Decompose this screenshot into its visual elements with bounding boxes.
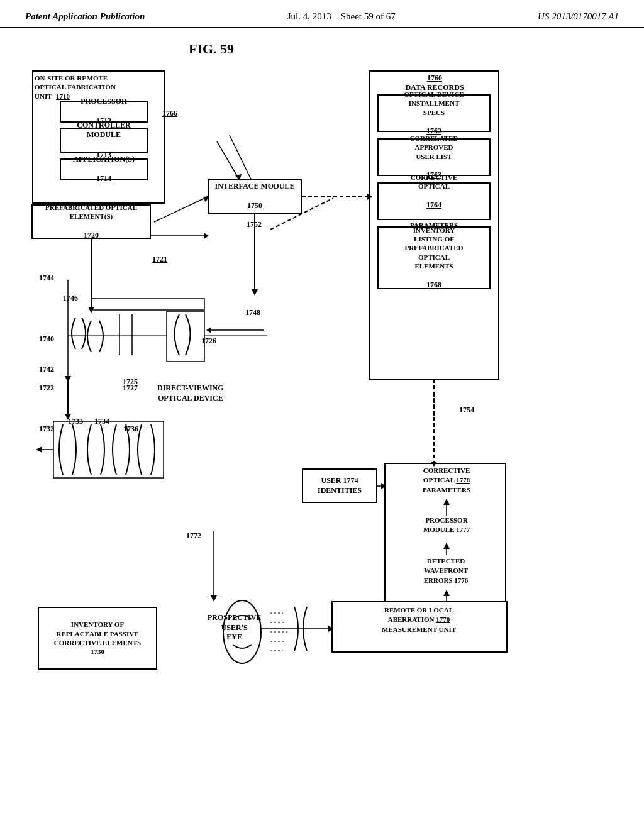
inventory-listing-box: INVENTORYLISTING OFPREFABRICATEDOPTICALE… [377,226,491,289]
ref-1734: 1734 [94,417,109,426]
svg-marker-37 [443,543,450,549]
ref-1740: 1740 [39,335,54,344]
ref-1744: 1744 [39,274,54,283]
svg-marker-35 [443,499,450,505]
prefab-elements-box: PREFABRICATED OPTICALELEMENT(S) 1720 [31,204,151,239]
header-date-sheet: Jul. 4, 2013 Sheet 59 of 67 [287,11,396,22]
svg-marker-48 [211,595,217,602]
svg-rect-19 [91,299,204,310]
page-header: Patent Application Publication Jul. 4, 2… [0,0,644,28]
svg-rect-24 [167,311,204,362]
ref-1727: 1727 [123,384,138,393]
svg-marker-18 [65,376,71,382]
direct-viewing-label: DIRECT-VIEWINGOPTICAL DEVICE [157,384,224,403]
inventory-replaceable-box: INVENTORY OFREPLACEABLE PASSIVECORRECTIV… [38,607,157,670]
fig-title: FIG. 59 [189,41,234,57]
svg-marker-6 [252,289,258,296]
ref-1766: 1766 [162,109,177,118]
svg-marker-8 [367,194,372,200]
od-specs-box: OPTICAL DEVICEINSTALLMENTSPECS 1762 [377,94,491,132]
ref-1754: 1754 [459,406,474,415]
ref-1726: 1726 [201,336,216,346]
svg-line-49 [217,141,239,179]
svg-marker-14 [204,233,209,239]
svg-marker-33 [381,483,386,489]
ref-1733: 1733 [68,417,83,426]
ref-1742: 1742 [39,365,54,374]
corr-optical-top-box: CORRECTIVEOPTICAL 1764 PARAMETERS [377,182,491,220]
ref-1721: 1721 [152,255,167,264]
ref-1732: 1732 [39,424,54,434]
ref-1772: 1772 [186,531,201,541]
svg-marker-39 [443,590,450,596]
processor-module-label: PROCESSORMODULE 1777 [397,516,496,535]
processor-box: PROCESSOR 1712 [60,101,148,123]
controller-module-box: CONTROLLER MODULE 1713 [60,128,148,153]
prospective-eye-label: PROSPECTIVEUSER'SEYE [208,613,261,643]
svg-marker-21 [206,327,211,333]
svg-marker-31 [36,446,42,453]
interface-module-box: INTERFACE MODULE1750 [208,179,302,214]
corrective-optical-bottom-label: CORRECTIVEOPTICAL 1778PARAMETERS [387,466,506,495]
diagram-area: FIG. 59 [0,28,644,802]
svg-line-52 [154,197,208,222]
applications-box: APPLICATION(S) 1714 [60,158,148,180]
svg-marker-16 [88,307,94,313]
remote-local-label: REMOTE OR LOCALABERRATION 1770MEASUREMEN… [333,606,504,634]
header-publication-label: Patent Application Publication [25,11,145,22]
corr-user-box: CORRELATEDAPPROVEDUSER LIST 1763 [377,138,491,176]
header-patent-number: US 2013/0170017 A1 [538,11,619,22]
ref-1722: 1722 [39,384,54,393]
svg-rect-29 [53,421,164,478]
ref-1736-bottom: 1736 [123,424,138,434]
ref-1748: 1748 [245,308,260,318]
svg-line-51 [230,135,252,180]
svg-marker-41 [328,626,333,632]
ref-1746: 1746 [63,294,78,303]
user-identities-box: USER 1774IDENTITIES [302,468,377,503]
ref-1752: 1752 [247,220,262,230]
detected-wavefront-label: DETECTEDWAVEFRONTERRORS 1776 [389,556,503,585]
